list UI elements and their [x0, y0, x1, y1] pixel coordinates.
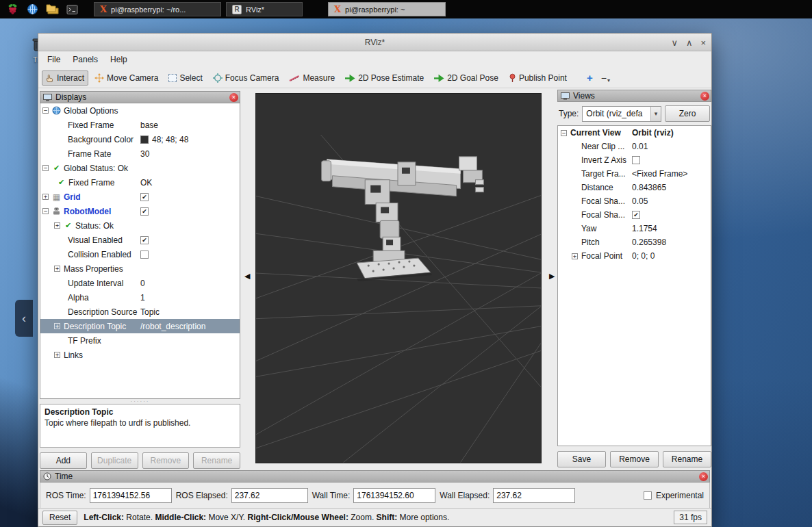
row-grid[interactable]: + ▦ Grid ✔ [40, 190, 240, 204]
property-value[interactable]: 48; 48; 48 [138, 135, 240, 144]
splitter-handle[interactable]: ······ [40, 399, 240, 404]
expander-open-icon[interactable]: − [42, 208, 49, 214]
property-value[interactable]: 0.01 [631, 142, 711, 151]
expander-open-icon[interactable]: − [561, 130, 567, 136]
row-near-clip[interactable]: Near Clip ... 0.01 [558, 140, 711, 153]
row-collision-enabled[interactable]: Collision Enabled [40, 247, 240, 261]
menu-file[interactable]: File [41, 53, 66, 66]
window-titlebar[interactable]: RViz* ∨ ∧ × [38, 34, 711, 51]
property-value[interactable]: /robot_description [138, 322, 240, 331]
expander-closed-icon[interactable]: + [42, 194, 49, 200]
menu-help[interactable]: Help [104, 53, 134, 66]
raspberry-menu-icon[interactable] [5, 2, 20, 17]
property-value[interactable]: Topic [138, 307, 240, 317]
tool-select[interactable]: Select [164, 70, 206, 86]
row-links[interactable]: + Links [40, 348, 240, 362]
row-tf-prefix[interactable]: TF Prefix [40, 333, 240, 348]
row-invert-z-axis[interactable]: Invert Z Axis [558, 153, 711, 167]
shade-button[interactable]: ∨ [671, 38, 678, 48]
add-button[interactable]: Add [40, 452, 87, 469]
property-value[interactable]: <Fixed Frame> [631, 169, 711, 179]
row-distance[interactable]: Distance 0.843865 [558, 181, 711, 194]
panel-collapse-left-icon[interactable]: ◀ [244, 272, 250, 281]
wall-time-input[interactable] [353, 488, 435, 503]
expander-closed-icon[interactable]: + [572, 253, 578, 259]
taskbar-window-rviz[interactable]: R RViz* [226, 2, 303, 16]
row-fixed-frame-status[interactable]: ✔ Fixed Frame OK [40, 175, 240, 190]
terminal-icon[interactable] [64, 2, 79, 17]
property-value[interactable]: 0.843865 [631, 183, 711, 192]
web-browser-icon[interactable] [25, 2, 40, 17]
row-global-options[interactable]: − Global Options [40, 103, 240, 118]
save-button[interactable]: Save [557, 451, 606, 467]
file-manager-icon[interactable] [45, 2, 60, 17]
checkbox-checked[interactable]: ✔ [632, 211, 640, 219]
tool-focus-camera[interactable]: Focus Camera [209, 70, 283, 86]
row-target-frame[interactable]: Target Fra... <Fixed Frame> [558, 167, 711, 181]
viewport-3d[interactable] [255, 93, 542, 463]
row-focal-shape-size[interactable]: Focal Sha... 0.05 [558, 194, 711, 208]
taskbar-window-terminal-1[interactable]: X pi@raspberrypi: ~/ro... [94, 2, 221, 16]
tool-2d-pose-estimate[interactable]: 2D Pose Estimate [341, 70, 428, 86]
row-description-topic-selected[interactable]: + Description Topic /robot_description [40, 319, 240, 333]
property-value[interactable]: 0.05 [631, 196, 711, 206]
view-type-dropdown[interactable]: Orbit (rviz_defa ▾ [582, 106, 661, 122]
checkbox-checked[interactable]: ✔ [140, 207, 149, 216]
taskbar-window-terminal-2[interactable]: X pi@raspberrypi: ~ [328, 2, 446, 16]
property-value[interactable]: 0 [138, 279, 240, 288]
expander-closed-icon[interactable]: + [54, 222, 60, 229]
tool-measure[interactable]: Measure [285, 70, 339, 86]
expander-closed-icon[interactable]: + [54, 323, 60, 329]
tool-interact[interactable]: Interact [42, 70, 88, 86]
checkbox-checked[interactable]: ✔ [140, 236, 149, 244]
row-robot-model[interactable]: − RobotModel ✔ [40, 204, 240, 218]
row-background-color[interactable]: Background Color 48; 48; 48 [40, 132, 240, 146]
row-alpha[interactable]: Alpha 1 [40, 290, 240, 305]
remove-tool-button[interactable]: − ▾ [599, 73, 612, 83]
displays-panel-header[interactable]: Displays × [40, 91, 240, 103]
zero-button[interactable]: Zero [665, 105, 710, 122]
row-yaw[interactable]: Yaw 1.1754 [558, 222, 711, 235]
expander-open-icon[interactable]: − [42, 107, 49, 114]
row-pitch[interactable]: Pitch 0.265398 [558, 235, 711, 249]
checkbox-unchecked[interactable] [140, 250, 149, 259]
close-panel-button[interactable]: × [229, 93, 238, 102]
remove-button[interactable]: Remove [610, 451, 659, 467]
row-fixed-frame[interactable]: Fixed Frame base [40, 118, 240, 132]
row-frame-rate[interactable]: Frame Rate 30 [40, 146, 240, 161]
wall-elapsed-input[interactable] [493, 488, 575, 503]
views-panel-header[interactable]: Views × [557, 90, 711, 102]
tool-2d-goal-pose[interactable]: 2D Goal Pose [430, 70, 503, 86]
row-focal-shape-fixed[interactable]: Focal Sha... ✔ [558, 208, 711, 222]
close-panel-button[interactable]: × [700, 92, 709, 101]
property-value[interactable]: 0; 0; 0 [631, 251, 711, 261]
expander-closed-icon[interactable]: + [54, 352, 60, 358]
property-value[interactable]: 1.1754 [631, 224, 711, 233]
row-status-ok[interactable]: + ✔ Status: Ok [40, 218, 240, 233]
desktop-panel-handle[interactable]: ‹ [15, 300, 33, 337]
menu-panels[interactable]: Panels [66, 53, 104, 66]
expander-closed-icon[interactable]: + [54, 266, 60, 272]
property-value[interactable]: 0.265398 [631, 237, 711, 247]
rename-button[interactable]: Rename [663, 451, 711, 467]
row-mass-properties[interactable]: + Mass Properties [40, 261, 240, 276]
experimental-checkbox[interactable] [644, 491, 652, 500]
tool-publish-point[interactable]: Publish Point [505, 70, 571, 86]
ros-elapsed-input[interactable] [231, 488, 308, 503]
add-tool-button[interactable]: + [583, 72, 597, 83]
property-value[interactable]: 30 [138, 149, 240, 159]
panel-collapse-right-icon[interactable]: ▶ [549, 272, 555, 281]
property-value[interactable]: base [138, 120, 240, 130]
time-panel-header[interactable]: Time × [40, 470, 710, 483]
row-focal-point[interactable]: + Focal Point 0; 0; 0 [558, 249, 711, 263]
row-current-view[interactable]: − Current View Orbit (rviz) [558, 126, 711, 140]
close-panel-button[interactable]: × [699, 472, 708, 481]
expander-open-icon[interactable]: − [42, 165, 49, 171]
checkbox-checked[interactable]: ✔ [140, 193, 149, 201]
property-value[interactable]: 1 [138, 293, 240, 303]
row-description-source[interactable]: Description Source Topic [40, 305, 240, 319]
checkbox-unchecked[interactable] [632, 156, 640, 164]
close-button[interactable]: × [700, 38, 706, 48]
row-visual-enabled[interactable]: Visual Enabled ✔ [40, 233, 240, 247]
row-global-status[interactable]: − ✔ Global Status: Ok [40, 161, 240, 175]
